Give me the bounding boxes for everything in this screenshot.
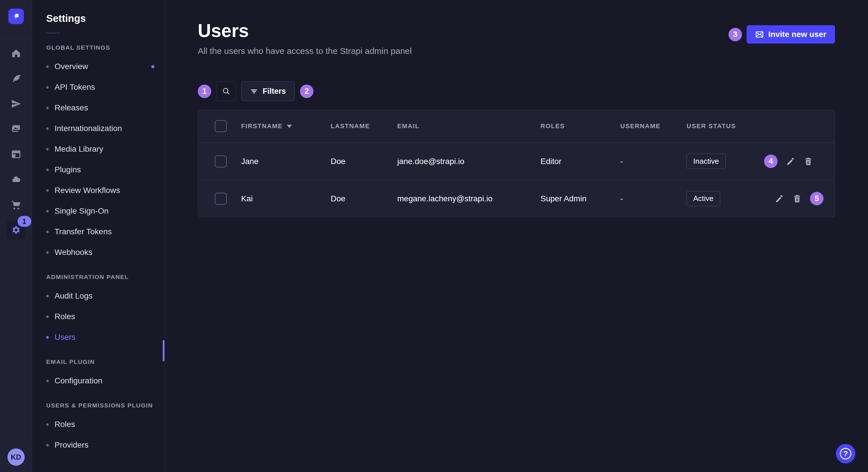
section-users-permissions-plugin: USERS & PERMISSIONS PLUGIN [46,402,165,409]
sort-descending-icon [287,125,292,128]
sidebar-item-users[interactable]: Users [46,327,165,347]
overview-notification-dot [151,65,154,68]
delete-user-button[interactable] [803,157,813,166]
help-button[interactable]: ? [836,444,856,463]
sidebar-item-label: API Tokens [55,82,95,92]
sidebar-item-internationalization[interactable]: Internationalization [46,118,165,139]
sidebar-item-api-tokens[interactable]: API Tokens [46,77,165,98]
annotation-badge-3: 3 [728,28,742,41]
search-button[interactable] [216,81,236,101]
settings-gear-button[interactable]: 1 [7,221,26,239]
select-all-checkbox[interactable] [215,120,227,132]
settings-subnav: Settings GLOBAL SETTINGS Overview API To… [32,0,165,472]
cart-icon [11,200,21,210]
email-plugin-list: Configuration [46,370,165,391]
row-checkbox[interactable] [215,193,227,205]
gear-icon [11,225,21,235]
nav-content-type-builder[interactable] [0,66,32,91]
filters-button[interactable]: Filters [241,81,295,101]
settings-notification-badge: 1 [18,216,31,227]
sidebar-item-admin-roles[interactable]: Roles [46,306,165,327]
users-permissions-list: Roles Providers [46,414,165,456]
annotation-badge-2: 2 [300,85,313,98]
filters-button-label: Filters [262,87,286,96]
nav-cloud[interactable] [0,167,32,192]
sidebar-item-up-roles[interactable]: Roles [46,414,165,435]
strapi-logo[interactable] [8,9,24,24]
cell-email: jane.doe@strapi.io [397,157,540,166]
sidebar-item-media-library[interactable]: Media Library [46,139,165,160]
table-row: Kai Doe megane.lacheny@strapi.io Super A… [198,180,835,217]
subnav-title: Settings [46,12,165,24]
question-mark-icon: ? [840,448,851,460]
delete-user-button[interactable] [792,194,802,204]
sidebar-item-transfer-tokens[interactable]: Transfer Tokens [46,222,165,242]
page-subtitle: All the users who have access to the Str… [198,46,835,56]
cell-roles: Super Admin [540,194,620,203]
bullet [46,315,49,318]
bullet [46,189,49,192]
cell-username: - [620,194,687,203]
invite-button-label: Invite new user [768,30,826,39]
sidebar-item-label: Providers [55,440,88,450]
sidebar-item-label: Internationalization [55,124,122,133]
pencil-icon [786,157,795,166]
nav-deploy[interactable] [0,91,32,116]
sidebar-item-overview[interactable]: Overview [46,56,165,77]
edit-user-button[interactable] [774,194,784,204]
edit-user-button[interactable] [786,157,795,166]
table-row: Jane Doe jane.doe@strapi.io Editor - Ina… [198,142,835,180]
cell-username: - [620,157,687,166]
subnav-scrollbar[interactable] [163,340,164,361]
sidebar-item-label: Users [55,333,75,342]
annotation-badge-5: 5 [810,192,824,205]
row-checkbox[interactable] [215,156,227,167]
sidebar-item-review-workflows[interactable]: Review Workflows [46,180,165,201]
section-administration-panel: ADMINISTRATION PANEL [46,274,165,280]
header-roles: ROLES [540,123,620,130]
bullet [46,295,49,297]
user-avatar[interactable]: KD [7,448,25,466]
cell-roles: Editor [540,157,620,166]
sidebar-item-label: Media Library [55,144,103,154]
nav-icon-list: 1 [0,38,32,243]
trash-icon [803,157,813,166]
send-icon [11,99,21,109]
bullet [46,444,49,446]
row-actions: 4 [764,155,841,168]
sidebar-item-up-providers[interactable]: Providers [46,435,165,456]
nav-settings[interactable]: 1 [0,217,32,243]
invite-new-user-button[interactable]: Invite new user [747,25,835,43]
bullet [46,423,49,426]
pencil-icon [774,194,784,204]
sidebar-item-webhooks[interactable]: Webhooks [46,242,165,263]
rail-bottom: KD [0,444,32,472]
sidebar-item-single-sign-on[interactable]: Single Sign-On [46,201,165,222]
nav-content-manager[interactable] [0,142,32,167]
nav-home[interactable] [0,41,32,66]
sidebar-item-label: Roles [55,420,75,429]
bullet [46,231,49,233]
annotation-badge-4: 4 [764,155,778,168]
bullet [46,210,49,212]
bullet [46,251,49,254]
sidebar-item-audit-logs[interactable]: Audit Logs [46,285,165,306]
search-icon [222,87,230,96]
nav-media-library[interactable] [0,116,32,142]
sidebar-item-label: Releases [55,103,88,112]
header-firstname[interactable]: FIRSTNAME [241,123,331,130]
sidebar-item-plugins[interactable]: Plugins [46,160,165,180]
status-badge: Active [687,191,720,206]
sidebar-item-label: Single Sign-On [55,206,108,216]
row-actions: 5 [764,192,835,205]
envelope-icon [755,30,764,39]
sidebar-item-label: Transfer Tokens [55,227,112,236]
status-badge: Inactive [687,154,725,169]
main-content: Users All the users who have access to t… [165,0,868,472]
sidebar-item-releases[interactable]: Releases [46,98,165,118]
header-username: USERNAME [620,123,687,130]
cell-firstname: Kai [241,194,331,203]
sidebar-item-email-configuration[interactable]: Configuration [46,370,165,391]
media-icon [11,124,21,134]
nav-marketplace[interactable] [0,192,32,217]
